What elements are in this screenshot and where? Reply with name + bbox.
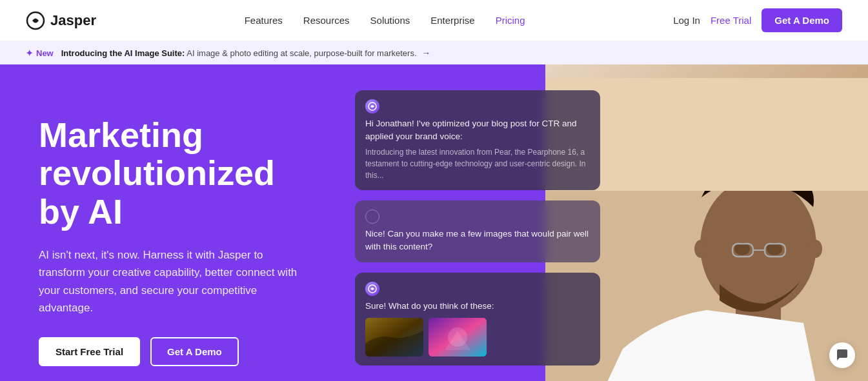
svg-point-11 — [694, 240, 707, 258]
chat-bubble-2: Nice! Can you make me a few images that … — [355, 200, 600, 263]
chat-bubble-1-header — [365, 99, 590, 113]
chat-bubble-2-header — [365, 210, 590, 224]
chat-widget-button[interactable] — [829, 342, 855, 368]
hero-right: Jonathan Growth Marketer Hi Jonathan! I'… — [336, 64, 868, 381]
chat-bubble-1: Hi Jonathan! I've optimized your blog po… — [355, 90, 600, 190]
chat-image-1 — [365, 318, 423, 357]
jasper-avatar-1 — [365, 99, 379, 113]
chat-images — [365, 318, 590, 357]
navbar: Jasper Features Resources Solutions Ente… — [0, 0, 868, 41]
chat-bubble-1-subtext: Introducing the latest innovation from P… — [365, 146, 590, 181]
jasper-logo-icon — [26, 11, 45, 30]
user-avatar — [365, 210, 379, 224]
start-free-trial-button[interactable]: Start Free Trial — [39, 337, 140, 366]
announcement-arrow[interactable]: → — [421, 48, 430, 58]
sparkle-icon: ✦ — [26, 48, 33, 58]
svg-point-3 — [700, 178, 816, 313]
nav-actions: Log In Free Trial Get A Demo — [673, 8, 842, 32]
chat-bubble-3-text: Sure! What do you think of these: — [365, 300, 590, 313]
chat-bubble-2-text: Nice! Can you make me a few images that … — [365, 228, 590, 254]
chat-bubbles: Hi Jonathan! I've optimized your blog po… — [355, 90, 600, 366]
svg-point-12 — [809, 240, 822, 258]
hero-buttons: Start Free Trial Get A Demo — [39, 337, 310, 366]
nav-link-features[interactable]: Features — [245, 15, 283, 26]
nav-link-enterprise[interactable]: Enterprise — [430, 15, 474, 26]
announcement-text: Introducing the AI Image Suite: AI image… — [61, 48, 430, 58]
chat-bubble-1-text: Hi Jonathan! I've optimized your blog po… — [365, 117, 590, 144]
free-trial-nav-button[interactable]: Free Trial — [711, 15, 751, 26]
jasper-avatar-3 — [365, 282, 379, 296]
chat-image-2 — [429, 318, 487, 357]
announcement-bar: ✦ New Introducing the AI Image Suite: AI… — [0, 41, 868, 64]
get-demo-hero-button[interactable]: Get A Demo — [150, 337, 239, 366]
hero-section: Marketing revolutionized by AI AI isn't … — [0, 64, 868, 381]
login-button[interactable]: Log In — [673, 15, 700, 26]
hero-left: Marketing revolutionized by AI AI isn't … — [0, 64, 336, 381]
hero-title: Marketing revolutionized by AI — [39, 116, 310, 231]
chat-icon — [836, 349, 849, 362]
logo-text: Jasper — [50, 12, 96, 29]
nav-link-resources[interactable]: Resources — [303, 15, 350, 26]
get-demo-nav-button[interactable]: Get A Demo — [762, 8, 842, 32]
announcement-new-badge: ✦ New — [26, 48, 54, 58]
chat-bubble-3-header — [365, 282, 590, 296]
hero-subtitle: AI isn't next, it's now. Harness it with… — [39, 246, 310, 317]
nav-link-pricing[interactable]: Pricing — [496, 15, 525, 26]
nav-link-solutions[interactable]: Solutions — [370, 15, 410, 26]
logo[interactable]: Jasper — [26, 11, 96, 30]
chat-bubble-3: Sure! What do you think of these: — [355, 273, 600, 366]
nav-links: Features Resources Solutions Enterprise … — [245, 15, 525, 26]
